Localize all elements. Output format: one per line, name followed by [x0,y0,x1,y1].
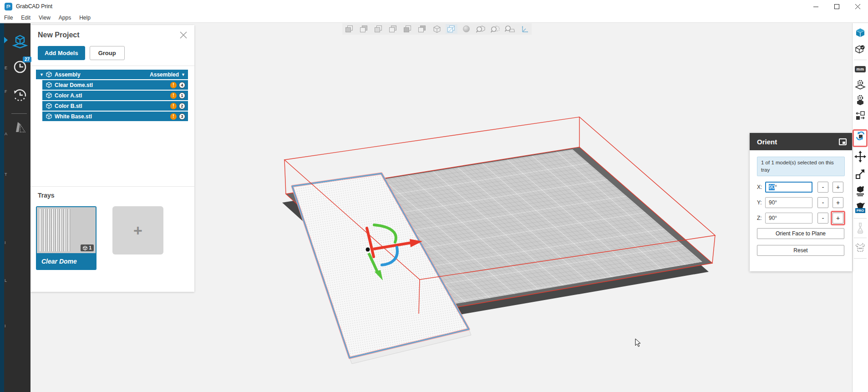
view-front-icon[interactable] [344,24,355,34]
titlebar: GrabCAD Print [0,0,868,13]
cloth-tool-icon[interactable] [853,241,867,255]
menu-edit[interactable]: Edit [17,15,35,21]
x-rotation-input[interactable]: 90° [765,182,812,193]
edge-letter-fragment: I [5,240,6,245]
edge-letter-fragment: A [5,132,7,136]
shaded-view-icon[interactable] [460,24,472,34]
reset-button[interactable]: Reset [757,245,844,256]
menu-apps[interactable]: Apps [55,15,75,21]
view-back-icon[interactable] [358,24,370,34]
zoom-to-tray-icon[interactable] [504,24,516,34]
model-tree: ▼ Assembly Assembled ▼ Clear Dome.stl !4… [30,70,194,121]
axis-row-y: Y: 90° - + [757,197,845,208]
toolbar-divider [854,60,867,60]
arrange-tool-icon[interactable] [853,109,867,122]
y-rotation-input[interactable]: 90° [765,197,812,208]
add-models-button[interactable]: Add Models [38,46,85,60]
panel-close-icon[interactable] [179,31,188,40]
y-plus-button[interactable]: + [832,197,843,208]
toolbar-divider [854,258,867,259]
selection-info-box: 1 of 1 model(s) selected on this tray [757,157,845,176]
view-bottom-icon[interactable] [416,24,428,34]
x-minus-button[interactable]: - [817,182,828,193]
y-minus-button[interactable]: - [817,197,828,208]
orient-face-to-plane-button[interactable]: Orient Face to Plane [757,228,844,239]
orient-panel-title: Orient [757,138,777,146]
nav-history-icon[interactable] [10,86,30,104]
menu-file[interactable]: File [0,15,17,21]
tree-row-assembly[interactable]: ▼ Assembly Assembled ▼ [36,70,188,79]
view-perspective-icon[interactable] [446,24,457,34]
minimize-button[interactable] [805,0,826,13]
z-axis-label: Z: [757,215,765,221]
model-view-tool-icon[interactable] [853,26,867,40]
z-minus-button[interactable]: - [817,213,828,224]
warning-icon: ! [170,113,177,120]
zoom-to-model-icon[interactable] [475,24,487,34]
trays-heading: Trays [38,192,55,199]
close-button[interactable] [847,0,868,13]
body-count-badge: 1 [179,92,185,99]
units-tool-icon[interactable]: mm [853,62,867,76]
x-plus-button[interactable]: + [832,182,843,193]
left-nav-sidebar: 27 [4,23,30,392]
group-button[interactable]: Group [90,46,125,60]
trays-separator [30,186,194,187]
orient-panel-header[interactable]: Orient [750,133,852,150]
caret-down-icon[interactable]: ▼ [40,72,44,77]
tray-card-clear-dome[interactable]: 1 Clear Dome [36,206,96,270]
edge-letter-fragment: T [5,172,7,177]
materials-tool-icon-disabled[interactable] [853,221,867,235]
zoom-to-selection-icon[interactable] [489,24,501,34]
paint-pro-tool-icon[interactable]: PRO [853,201,867,214]
assembled-dropdown[interactable]: Assembled ▼ [150,71,185,78]
toolbar-divider [854,218,867,219]
view-isometric-icon[interactable] [431,24,443,34]
move-tool-icon[interactable] [853,150,867,163]
view-top-icon[interactable] [402,24,414,34]
z-rotation-input[interactable]: 90° [765,213,812,224]
workspace: 27 E F A T I L I New Project [0,23,868,392]
tray-name-label: Clear Dome [37,253,96,269]
menu-view[interactable]: View [35,15,55,21]
grabcad-print-window: GrabCAD Print File Edit View Apps Help [0,0,868,392]
new-project-panel: New Project Add Models Group ▼ Assembly … [30,25,194,292]
view-left-icon[interactable] [373,24,385,34]
scale-tool-icon[interactable] [853,167,867,181]
window-title: GrabCAD Print [16,3,52,10]
warning-icon: ! [170,92,177,99]
tray-thumbnail-preview [40,209,70,251]
x-axis-label: X: [757,184,765,190]
tray-settings-tool-icon[interactable] [853,78,867,92]
panel-title: New Project [38,31,80,39]
nav-project-icon[interactable] [10,32,30,51]
nav-analysis-icon[interactable] [10,118,30,136]
tree-row-model[interactable]: Color A.stl !1 [42,91,188,100]
tree-row-model[interactable]: Color B.stl !2 [42,101,188,111]
model-settings-tool-icon[interactable] [853,93,867,107]
edge-letter-fragment: L [5,278,7,283]
panel-separator [30,66,194,66]
undock-panel-icon[interactable] [839,138,847,145]
warning-icon: ! [170,103,177,109]
model-name: Color A.stl [55,92,170,99]
cube-icon [83,246,87,250]
support-tool-icon[interactable] [853,184,867,198]
assembly-cube-icon [46,71,52,77]
caret-down-icon: ▼ [181,72,185,77]
add-tray-button[interactable]: + [112,206,163,255]
maximize-button[interactable] [826,0,847,13]
model-name: White Base.stl [55,113,170,120]
axis-row-z: Z: 90° - + [757,213,845,224]
reset-view-axes-icon[interactable] [518,24,530,34]
body-count-badge: 3 [179,113,185,120]
toolbar-divider [854,238,867,238]
nav-schedule-icon[interactable]: 27 [10,59,30,77]
model-cube-icon [46,103,52,109]
validate-models-tool-icon[interactable] [853,43,867,57]
tree-row-model[interactable]: Clear Dome.stl !4 [42,80,188,90]
menu-help[interactable]: Help [75,15,95,21]
active-nav-marker [4,37,8,43]
tree-row-model[interactable]: White Base.stl !3 [42,112,188,121]
view-right-icon[interactable] [387,24,399,34]
